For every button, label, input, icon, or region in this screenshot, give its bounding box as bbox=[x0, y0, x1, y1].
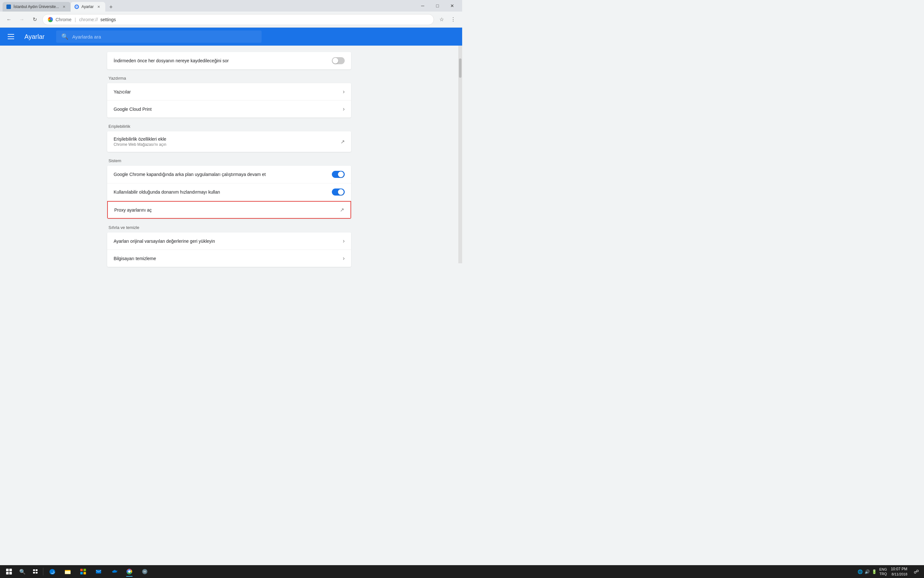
card-sifirla: Ayarları orijinal varsayılan değerlerine… bbox=[107, 232, 351, 267]
card-erisilebilirlik: Erişilebilirlik özellikleri ekle Chrome … bbox=[107, 132, 351, 152]
address-bar: ← → ↻ Chrome | chrome://settings ☆ ⋮ bbox=[0, 11, 462, 28]
row-proxy-title: Proxy ayarlarını aç bbox=[114, 208, 340, 213]
row-before-download[interactable]: İndirmeden önce her dosyanın nereye kayd… bbox=[107, 52, 351, 69]
bookmark-button[interactable]: ☆ bbox=[437, 15, 447, 25]
arrow-temizle: › bbox=[343, 255, 345, 262]
back-button[interactable]: ← bbox=[4, 15, 14, 25]
toggle-before-download-knob bbox=[332, 58, 338, 63]
row-yazicilar-title: Yazıcılar bbox=[113, 89, 343, 94]
tab-1-label: İstanbul Aydın Üniversite... bbox=[13, 5, 59, 9]
hamburger-menu[interactable] bbox=[8, 31, 18, 42]
toggle-before-download[interactable] bbox=[332, 57, 345, 64]
toggle-arka-plan-knob bbox=[338, 172, 344, 177]
arrow-yazicilar: › bbox=[343, 88, 345, 95]
card-yazdirma: Yazıcılar › Google Cloud Print › bbox=[107, 83, 351, 117]
arrow-varsayilan: › bbox=[343, 238, 345, 244]
row-arka-plan-title: Google Chrome kapandığında arka plan uyg… bbox=[113, 172, 332, 177]
settings-title: Ayarlar bbox=[24, 33, 45, 41]
tab-1-close[interactable]: ✕ bbox=[61, 4, 67, 9]
forward-button[interactable]: → bbox=[17, 15, 27, 25]
row-proxy[interactable]: Proxy ayarlarını aç ↗ bbox=[107, 201, 351, 219]
row-temizle-title: Bilgisayarı temizleme bbox=[113, 256, 343, 261]
section-label-erisilebilirlik: Erişilebilirlik bbox=[107, 124, 351, 129]
row-before-download-title: İndirmeden önce her dosyanın nereye kayd… bbox=[113, 58, 332, 63]
reload-button[interactable]: ↻ bbox=[29, 15, 40, 25]
row-arka-plan[interactable]: Google Chrome kapandığında arka plan uyg… bbox=[107, 166, 351, 183]
tab-2-label: Ayarlar bbox=[81, 5, 94, 9]
url-prefix: chrome:// bbox=[79, 17, 97, 22]
toggle-donanim-knob bbox=[338, 189, 344, 195]
toggle-donanim[interactable] bbox=[332, 188, 345, 196]
row-temizle[interactable]: Bilgisayarı temizleme › bbox=[107, 250, 351, 267]
card-sistem: Google Chrome kapandığında arka plan uyg… bbox=[107, 166, 351, 219]
row-varsayilan-title: Ayarları orijinal varsayılan değerlerine… bbox=[113, 239, 343, 244]
row-cloud-print[interactable]: Google Cloud Print › bbox=[107, 101, 351, 117]
section-label-sistem: Sistem bbox=[107, 158, 351, 163]
close-button[interactable]: ✕ bbox=[445, 0, 460, 11]
menu-button[interactable]: ⋮ bbox=[448, 15, 458, 25]
new-tab-button[interactable]: + bbox=[107, 3, 115, 11]
search-icon: 🔍 bbox=[61, 33, 68, 40]
external-proxy: ↗ bbox=[340, 207, 344, 213]
site-favicon bbox=[48, 17, 53, 22]
search-bar[interactable]: 🔍 bbox=[56, 31, 262, 43]
scrollbar-thumb[interactable] bbox=[459, 58, 461, 78]
tab-2[interactable]: Ayarlar ✕ bbox=[71, 2, 105, 11]
row-donanim[interactable]: Kullanılabilir olduğunda donanım hızland… bbox=[107, 183, 351, 201]
row-cloud-print-title: Google Cloud Print bbox=[113, 107, 343, 112]
maximize-button[interactable]: □ bbox=[430, 0, 445, 11]
tab-1[interactable]: İstanbul Aydın Üniversite... ✕ bbox=[3, 2, 71, 11]
scrollbar[interactable] bbox=[458, 45, 462, 263]
tabs-area: İstanbul Aydın Üniversite... ✕ Ayarlar ✕… bbox=[3, 0, 115, 11]
section-label-sifirla: Sıfırla ve temizle bbox=[107, 225, 351, 230]
url-chrome-label: Chrome bbox=[55, 17, 71, 22]
row-erisilebilirlik-title: Erişilebilirlik özellikleri ekle bbox=[113, 136, 340, 141]
row-donanim-title: Kullanılabilir olduğunda donanım hızland… bbox=[113, 190, 332, 195]
url-separator: | bbox=[75, 17, 76, 22]
tab-2-favicon bbox=[74, 5, 79, 9]
row-varsayilan[interactable]: Ayarları orijinal varsayılan değerlerine… bbox=[107, 232, 351, 250]
minimize-button[interactable]: ─ bbox=[415, 0, 430, 11]
section-label-yazdirma: Yazdırma bbox=[107, 76, 351, 81]
row-erisilebilirlik[interactable]: Erişilebilirlik özellikleri ekle Chrome … bbox=[107, 132, 351, 152]
settings-content: İndirmeden önce her dosyanın nereye kayd… bbox=[107, 52, 351, 270]
external-erisilebilirlik: ↗ bbox=[340, 139, 345, 145]
title-bar: İstanbul Aydın Üniversite... ✕ Ayarlar ✕… bbox=[0, 0, 462, 11]
search-input[interactable] bbox=[72, 34, 256, 39]
row-erisilebilirlik-subtitle: Chrome Web Mağazası'nı açın bbox=[113, 142, 340, 147]
tab-1-favicon bbox=[6, 5, 11, 9]
address-actions: ☆ ⋮ bbox=[437, 15, 458, 25]
top-partial-card: İndirmeden önce her dosyanın nereye kayd… bbox=[107, 52, 351, 69]
row-yazicilar[interactable]: Yazıcılar › bbox=[107, 83, 351, 101]
window-controls: ─ □ ✕ bbox=[415, 0, 460, 11]
toggle-arka-plan[interactable] bbox=[332, 171, 345, 178]
tab-2-close[interactable]: ✕ bbox=[96, 4, 102, 9]
settings-main[interactable]: İndirmeden önce her dosyanın nereye kayd… bbox=[0, 45, 462, 276]
arrow-cloud-print: › bbox=[343, 106, 345, 112]
settings-header: Ayarlar 🔍 bbox=[0, 28, 462, 45]
url-bar[interactable]: Chrome | chrome://settings bbox=[42, 14, 434, 25]
url-path: settings bbox=[100, 17, 116, 22]
